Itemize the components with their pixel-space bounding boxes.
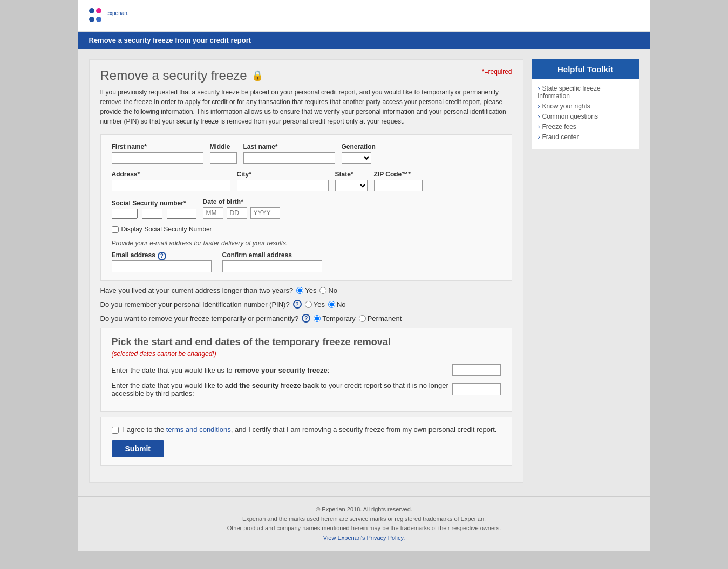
ssn-inputs: [112, 209, 196, 219]
q1-yes-radio[interactable]: [296, 287, 303, 294]
content-area: Remove a security freeze 🔒 *=required If…: [78, 49, 650, 496]
last-name-label: Last name*: [243, 143, 335, 150]
logo-dots: [89, 8, 104, 23]
terms-checkbox[interactable]: [112, 427, 119, 434]
add-back-date-input[interactable]: [452, 383, 501, 395]
question-1-text: Have you lived at your current address l…: [100, 286, 294, 294]
city-group: City*: [237, 170, 329, 191]
helpful-toolkit: Helpful Toolkit State specific freeze in…: [532, 59, 639, 149]
zip-label: ZIP Code™*: [374, 170, 423, 178]
email-label-row: Email address ?: [112, 251, 212, 260]
toolkit-body: State specific freeze information Know y…: [532, 79, 639, 149]
pin-help-icon[interactable]: ?: [293, 300, 302, 309]
header: experian.: [78, 0, 650, 32]
page-title-area: Remove a security freeze 🔒 *=required If…: [89, 59, 523, 483]
dob-label: Date of birth*: [203, 198, 280, 205]
ssn-part3-input[interactable]: [167, 209, 196, 219]
display-ssn-label[interactable]: Display Social Security Number: [121, 225, 212, 233]
toolkit-link-4[interactable]: Fraud center: [538, 133, 633, 141]
q3-perm-radio[interactable]: [359, 315, 366, 322]
middle-name-label: Middle: [210, 143, 237, 150]
dates-subtitle: (selected dates cannot be changed!): [112, 350, 501, 358]
confirm-email-input[interactable]: [222, 260, 322, 272]
toolkit-link-2[interactable]: Common questions: [538, 113, 633, 120]
q1-yes-label[interactable]: Yes: [296, 286, 316, 294]
first-name-input[interactable]: [112, 152, 203, 164]
freeze-help-icon[interactable]: ?: [302, 314, 310, 323]
logo-dot-4: [96, 17, 101, 22]
q2-no-radio[interactable]: [328, 301, 335, 308]
lock-icon: 🔒: [251, 70, 263, 81]
question-3-text: Do you want to remove your freeze tempor…: [100, 314, 299, 323]
zip-input[interactable]: [374, 180, 423, 191]
submit-button[interactable]: Submit: [112, 440, 164, 457]
q2-no-label[interactable]: No: [328, 300, 346, 309]
email-group: Email address ?: [112, 251, 212, 272]
display-ssn-row: Display Social Security Number: [112, 225, 501, 233]
footer-line2: Experian and the marks used herein are s…: [89, 515, 639, 524]
generation-select[interactable]: Jr Sr II III: [342, 152, 371, 164]
add-back-date-row: Enter the date that you would like to ad…: [112, 381, 501, 397]
dob-year-input[interactable]: [250, 207, 280, 219]
q3-perm-label[interactable]: Permanent: [359, 314, 402, 323]
city-input[interactable]: [237, 180, 329, 191]
dates-title: Pick the start and end dates of the temp…: [112, 337, 501, 348]
confirm-email-group: Confirm email address: [222, 251, 322, 272]
personal-info-form: First name* Middle Last name*: [100, 134, 512, 281]
ssn-part2-input[interactable]: [142, 209, 162, 219]
email-help-icon[interactable]: ?: [158, 252, 166, 260]
terms-label[interactable]: I agree to the terms and conditions, and…: [123, 426, 497, 434]
remove-freeze-label: Enter the date that you would like us to…: [112, 366, 330, 374]
q2-yes-label[interactable]: Yes: [305, 300, 325, 309]
toolkit-link-1[interactable]: Know your rights: [538, 102, 633, 110]
middle-name-input[interactable]: [210, 152, 237, 164]
terms-conditions-link[interactable]: terms and conditions: [166, 426, 231, 434]
address-group: Address*: [112, 170, 230, 191]
generation-group: Generation Jr Sr II III: [342, 143, 376, 164]
dob-group: Date of birth*: [203, 198, 280, 219]
toolkit-link-3[interactable]: Freeze fees: [538, 123, 633, 131]
question-2-text: Do you remember your personal identifica…: [100, 300, 290, 309]
address-input[interactable]: [112, 180, 230, 191]
q1-no-label[interactable]: No: [319, 286, 337, 294]
q3-temp-radio[interactable]: [314, 315, 321, 322]
toolkit-link-0[interactable]: State specific freeze information: [538, 85, 633, 100]
last-name-group: Last name*: [243, 143, 335, 164]
dob-day-input[interactable]: [227, 207, 247, 219]
ssn-part1-input[interactable]: [112, 209, 138, 219]
logo-dot-1: [89, 8, 94, 13]
q3-temp-label[interactable]: Temporary: [314, 314, 355, 323]
display-ssn-checkbox[interactable]: [112, 226, 119, 233]
state-group: State* AL AK AZ CA CO NY TX: [335, 170, 368, 191]
address-row: Address* City* State*: [112, 170, 501, 191]
question-2-row: Do you remember your personal identifica…: [100, 300, 512, 309]
dates-section: Pick the start and end dates of the temp…: [100, 328, 512, 412]
zip-group: ZIP Code™*: [374, 170, 423, 191]
q1-no-radio[interactable]: [319, 287, 326, 294]
first-name-label: First name*: [112, 143, 203, 150]
footer-line1: © Experian 2018. All rights reserved.: [89, 505, 639, 515]
question-1-row: Have you lived at your current address l…: [100, 286, 512, 294]
email-input[interactable]: [112, 260, 212, 272]
intro-text: If you previously requested that a secur…: [100, 87, 512, 126]
page-title-row: Remove a security freeze 🔒 *=required: [100, 68, 512, 83]
email-label: Email address: [112, 251, 155, 259]
sidebar: Helpful Toolkit State specific freeze in…: [532, 59, 639, 485]
remove-freeze-date-input[interactable]: [452, 364, 501, 376]
remove-freeze-date-row: Enter the date that you would like us to…: [112, 364, 501, 376]
last-name-input[interactable]: [243, 152, 335, 164]
q2-yes-radio[interactable]: [305, 301, 312, 308]
terms-section: I agree to the terms and conditions, and…: [100, 417, 512, 466]
first-name-group: First name*: [112, 143, 203, 164]
email-row: Email address ? Confirm email address: [112, 251, 501, 272]
ssn-group: Social Security number*: [112, 200, 196, 219]
ssn-dob-row: Social Security number* Date of birth*: [112, 198, 501, 219]
privacy-policy-link[interactable]: View Experian's Privacy Policy.: [323, 534, 405, 541]
footer: © Experian 2018. All rights reserved. Ex…: [78, 496, 650, 551]
logo-dot-3: [89, 17, 94, 22]
ssn-label: Social Security number*: [112, 200, 196, 207]
dob-month-input[interactable]: [203, 207, 223, 219]
name-row: First name* Middle Last name*: [112, 143, 501, 164]
state-select[interactable]: AL AK AZ CA CO NY TX: [335, 180, 368, 191]
city-label: City*: [237, 170, 329, 178]
